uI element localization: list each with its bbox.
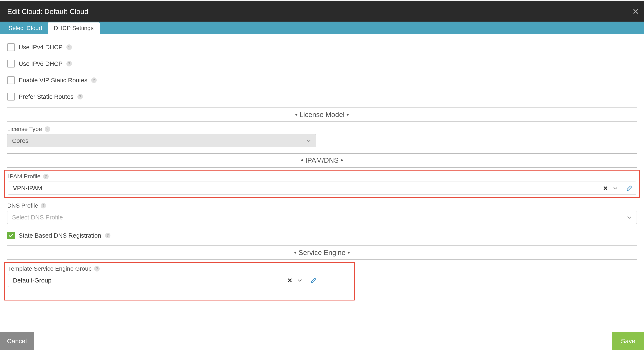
modal-footer: Cancel Save: [0, 332, 644, 350]
ipam-profile-highlight: IPAM Profile ? VPN-IPAM: [4, 170, 640, 198]
checkbox-label: State Based DNS Registration: [18, 232, 101, 239]
checkbox-row-state-dns: State Based DNS Registration ?: [7, 227, 637, 244]
checkbox-label: Prefer Static Routes: [18, 93, 74, 100]
select-value: VPN-IPAM: [13, 185, 42, 192]
checkbox-use-ipv6[interactable]: [7, 60, 15, 68]
checkbox-state-dns[interactable]: [7, 232, 15, 239]
edit-cloud-modal: Edit Cloud: Default-Cloud Select Cloud D…: [0, 1, 644, 350]
checkbox-prefer-static[interactable]: [7, 93, 15, 100]
select-placeholder: Select DNS Profile: [12, 214, 63, 221]
license-type-group: License Type ? Cores: [7, 126, 316, 147]
license-type-select[interactable]: Cores: [7, 134, 316, 147]
modal-title: Edit Cloud: Default-Cloud: [7, 8, 88, 16]
checkbox-label: Enable VIP Static Routes: [18, 77, 88, 84]
ipam-profile-select[interactable]: VPN-IPAM: [8, 182, 623, 195]
chevron-down-icon: [613, 186, 618, 191]
checkbox-row-vip-static: Enable VIP Static Routes ?: [7, 72, 637, 88]
dns-profile-label: DNS Profile: [7, 202, 38, 209]
checkbox-label: Use IPv4 DHCP: [18, 44, 62, 51]
help-icon[interactable]: ?: [105, 233, 110, 238]
help-icon[interactable]: ?: [45, 126, 50, 132]
section-ipam-dns: • IPAM/DNS •: [7, 153, 637, 168]
tab-dhcp-settings[interactable]: DHCP Settings: [48, 22, 100, 34]
se-group-edit-button[interactable]: [307, 274, 320, 287]
select-value: Cores: [12, 137, 28, 144]
se-group-select[interactable]: Default-Group: [8, 274, 307, 287]
select-value: Default-Group: [13, 277, 52, 284]
checkbox-row-ipv4: Use IPv4 DHCP ?: [7, 39, 637, 56]
close-icon: [633, 9, 638, 14]
cancel-button[interactable]: Cancel: [0, 332, 34, 350]
checkbox-label: Use IPv6 DHCP: [18, 60, 62, 67]
clear-icon[interactable]: [285, 278, 295, 283]
clear-icon[interactable]: [601, 186, 610, 190]
pencil-icon: [626, 185, 632, 191]
chevron-down-icon: [297, 278, 302, 283]
ipam-edit-button[interactable]: [623, 182, 636, 195]
tab-select-cloud[interactable]: Select Cloud: [2, 22, 48, 34]
section-service-engine: • Service Engine •: [7, 246, 637, 260]
dns-profile-group: DNS Profile ? Select DNS Profile: [7, 202, 637, 224]
help-icon[interactable]: ?: [66, 61, 72, 66]
chevron-down-icon: [306, 138, 311, 143]
se-group-highlight: Template Service Engine Group ? Default-…: [4, 262, 355, 300]
ipam-profile-label: IPAM Profile: [8, 173, 40, 180]
tab-bar: Select Cloud DHCP Settings: [0, 22, 644, 34]
checkbox-vip-static[interactable]: [7, 76, 15, 84]
tab-label: DHCP Settings: [54, 25, 94, 32]
pencil-icon: [311, 278, 317, 283]
button-label: Cancel: [7, 338, 27, 345]
close-button[interactable]: [627, 1, 644, 22]
modal-titlebar: Edit Cloud: Default-Cloud: [0, 1, 644, 22]
footer-spacer: [34, 332, 612, 350]
button-label: Save: [621, 338, 635, 345]
help-icon[interactable]: ?: [43, 174, 49, 179]
section-license-model: • License Model •: [7, 108, 637, 122]
se-group-label: Template Service Engine Group: [8, 265, 92, 272]
checkbox-use-ipv4[interactable]: [7, 44, 15, 51]
license-type-label: License Type: [7, 126, 42, 132]
help-icon[interactable]: ?: [94, 266, 100, 272]
save-button[interactable]: Save: [612, 332, 644, 350]
checkbox-row-ipv6: Use IPv6 DHCP ?: [7, 56, 637, 72]
tab-label: Select Cloud: [8, 25, 42, 32]
checkbox-row-prefer-static: Prefer Static Routes ?: [7, 88, 637, 105]
dns-profile-select[interactable]: Select DNS Profile: [7, 211, 637, 224]
help-icon[interactable]: ?: [91, 78, 97, 83]
modal-content: Use IPv4 DHCP ? Use IPv6 DHCP ? Enable V…: [0, 34, 644, 332]
help-icon[interactable]: ?: [40, 203, 46, 208]
chevron-down-icon: [627, 215, 632, 220]
help-icon[interactable]: ?: [78, 94, 83, 100]
help-icon[interactable]: ?: [66, 44, 72, 50]
